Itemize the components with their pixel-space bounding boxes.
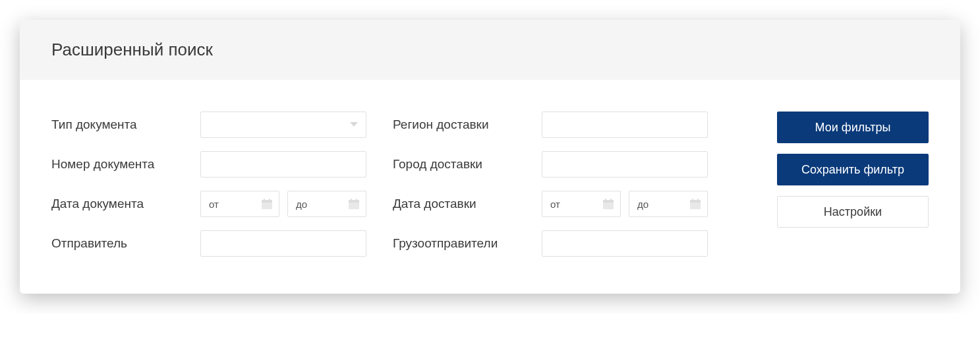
panel-header: Расширенный поиск xyxy=(20,20,960,80)
delivery-date-from-wrap xyxy=(542,191,621,217)
row-delivery-region: Регион доставки xyxy=(393,112,708,138)
row-sender: Отправитель xyxy=(51,230,366,257)
save-filter-button[interactable]: Сохранить фильтр xyxy=(777,154,929,185)
my-filters-button[interactable]: Мои фильтры xyxy=(777,112,929,143)
advanced-search-panel: Расширенный поиск Тип документа Номер до… xyxy=(20,20,960,294)
row-delivery-city: Город доставки xyxy=(393,151,708,178)
doc-date-pair xyxy=(200,191,366,217)
doc-date-to-input[interactable] xyxy=(287,191,366,217)
delivery-region-input[interactable] xyxy=(542,112,708,138)
doc-type-select-wrap xyxy=(200,112,366,138)
delivery-date-from-input[interactable] xyxy=(542,191,621,217)
form-col-left: Тип документа Номер документа Дата докум… xyxy=(51,112,366,257)
row-doc-number: Номер документа xyxy=(51,151,366,178)
delivery-date-to-wrap xyxy=(629,191,708,217)
doc-date-to-wrap xyxy=(287,191,366,217)
doc-date-from-wrap xyxy=(200,191,279,217)
sender-input[interactable] xyxy=(200,230,366,257)
doc-type-select[interactable] xyxy=(200,112,366,138)
delivery-date-to-input[interactable] xyxy=(629,191,708,217)
label-delivery-date: Дата доставки xyxy=(393,197,531,211)
doc-date-from-input[interactable] xyxy=(200,191,279,217)
label-shippers: Грузоотправители xyxy=(393,236,531,251)
row-doc-type: Тип документа xyxy=(51,112,366,138)
doc-number-input[interactable] xyxy=(200,151,366,178)
label-delivery-city: Город доставки xyxy=(393,157,531,172)
label-doc-date: Дата документа xyxy=(51,197,190,211)
row-shippers: Грузоотправители xyxy=(393,230,708,257)
form-col-right: Регион доставки Город доставки Дата дост… xyxy=(393,112,708,257)
label-doc-number: Номер документа xyxy=(51,157,190,172)
form-columns: Тип документа Номер документа Дата докум… xyxy=(51,112,751,257)
row-doc-date: Дата документа xyxy=(51,191,366,217)
shippers-input[interactable] xyxy=(542,230,708,257)
panel-body: Тип документа Номер документа Дата докум… xyxy=(20,80,960,294)
label-sender: Отправитель xyxy=(51,236,190,251)
label-delivery-region: Регион доставки xyxy=(393,117,531,132)
settings-button[interactable]: Настройки xyxy=(777,196,929,228)
panel-title: Расширенный поиск xyxy=(51,40,929,60)
delivery-date-pair xyxy=(542,191,708,217)
row-delivery-date: Дата доставки xyxy=(393,191,708,217)
delivery-city-input[interactable] xyxy=(542,151,708,178)
actions-column: Мои фильтры Сохранить фильтр Настройки xyxy=(777,112,929,257)
label-doc-type: Тип документа xyxy=(51,117,190,132)
